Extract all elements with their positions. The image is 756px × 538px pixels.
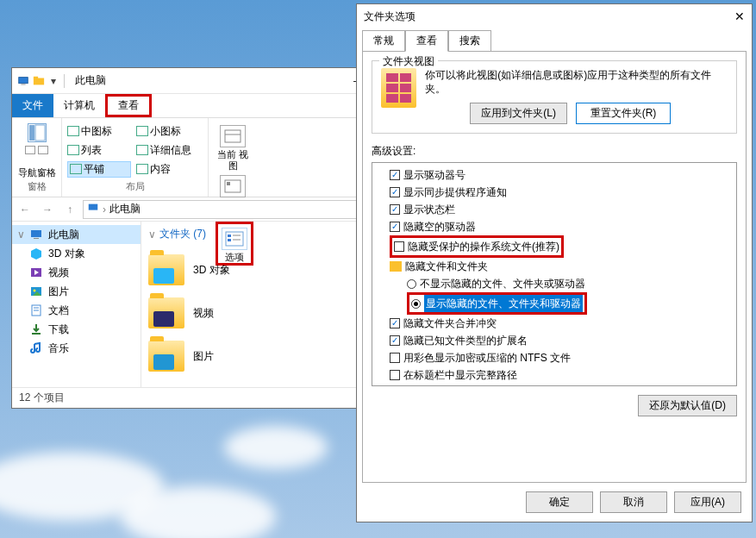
cancel-button[interactable]: 取消 [600,491,667,513]
restore-defaults-button[interactable]: 还原为默认值(D) [638,395,737,416]
svg-rect-6 [225,130,241,142]
svg-rect-16 [31,230,41,237]
layout-tiles[interactable]: 平铺 [67,161,131,178]
sidebar-item-dl[interactable]: 下载 [12,320,141,339]
sidebar-item-pc[interactable]: ∨此电脑 [12,225,141,244]
sidebar-item-doc[interactable]: 文档 [12,301,141,320]
folder-icon [148,341,184,372]
explorer-sidebar: ∨此电脑3D 对象视频图片文档下载音乐 [12,222,141,387]
pc-icon [17,75,29,87]
svg-rect-9 [227,182,230,185]
explorer-window: ▾ 此电脑 — 文件 计算机 查看 导航窗格 窗格 中图标 小图标 列表 详细信… [11,67,379,409]
tree-item[interactable]: ✓显示驱动器号 [374,166,734,184]
3d-icon [29,247,43,260]
ok-button[interactable]: 确定 [526,491,593,513]
forward-button[interactable]: → [38,203,57,216]
explorer-titlebar[interactable]: ▾ 此电脑 — [12,68,378,94]
dialog-titlebar[interactable]: 文件夹选项 ✕ [357,4,752,28]
nav-pane-label: 导航窗格 [18,167,56,178]
layout-content[interactable]: 内容 [136,162,200,177]
checkbox-icon: ✓ [390,187,400,197]
layout-medium-icons[interactable]: 中图标 [67,124,131,139]
nav-pane-icon[interactable] [28,123,47,142]
checkbox-icon [394,241,404,252]
svg-marker-18 [31,248,41,260]
svg-rect-0 [19,77,28,83]
layout-small-icons[interactable]: 小图标 [136,124,200,139]
tree-item[interactable]: 隐藏受保护的操作系统文件(推荐) [374,235,734,258]
folder-icon [390,261,402,272]
dl-icon [29,322,43,336]
tab-computer[interactable]: 计算机 [53,94,105,117]
tab-general[interactable]: 常规 [362,30,405,52]
content-heading[interactable]: ∨文件夹 (7) [148,227,372,241]
chevron-down-icon[interactable]: ▾ [51,75,56,87]
svg-point-22 [34,290,36,292]
dialog-title: 文件夹选项 [364,9,415,24]
explorer-ribbon-tabs: 文件 计算机 查看 [12,94,378,118]
svg-rect-15 [89,204,98,210]
tab-file[interactable]: 文件 [12,94,53,117]
tab-view[interactable]: 查看 [105,94,152,117]
checkbox-icon [390,353,400,363]
explorer-address-bar: ← → ↑ › 此电脑 搜 [12,197,378,222]
folder-icon [33,75,45,87]
back-button[interactable]: ← [16,203,34,216]
advanced-settings-tree[interactable]: ✓显示驱动器号✓显示同步提供程序通知✓显示状态栏✓隐藏空的驱动器隐藏受保护的操作… [372,162,737,386]
layout-details[interactable]: 详细信息 [136,143,200,158]
sidebar-item-music[interactable]: 音乐 [12,339,141,358]
pc-icon [29,228,43,241]
radio-icon [411,299,421,309]
doc-icon [29,303,43,317]
video-icon [29,266,43,279]
folder-icon [148,254,184,285]
tree-item[interactable]: ✓隐藏已知文件类型的扩展名 [374,332,734,349]
tab-view[interactable]: 查看 [405,30,448,52]
status-bar: 12 个项目 [12,387,378,408]
tab-search[interactable]: 搜索 [448,30,491,52]
svg-rect-2 [34,78,44,84]
pc-icon [87,202,99,216]
pic-icon [29,285,43,298]
checkbox-icon: ✓ [390,222,400,232]
checkbox-icon: ✓ [390,318,400,328]
tree-item[interactable]: 在标题栏中显示完整路径 [374,366,734,384]
svg-rect-27 [32,333,41,335]
sidebar-item-3d[interactable]: 3D 对象 [12,244,141,263]
folder-item[interactable]: 图片 [148,335,372,378]
apply-to-folders-button[interactable]: 应用到文件夹(L) [470,103,567,124]
checkbox-icon: ✓ [390,170,400,180]
address-field[interactable]: › 此电脑 [83,200,358,219]
checkbox-icon: ✓ [390,204,400,215]
tree-item[interactable]: ✓显示同步提供程序通知 [374,184,734,201]
window-title: 此电脑 [75,73,106,88]
svg-rect-5 [35,125,45,141]
tree-item[interactable]: 显示隐藏的文件、文件夹和驱动器 [374,292,734,315]
tree-item[interactable]: 隐藏文件和文件夹 [374,258,734,275]
apply-button[interactable]: 应用(A) [674,491,741,513]
folder-item[interactable]: 视频 [148,291,372,335]
checkbox-icon [390,370,400,380]
close-button[interactable]: ✕ [734,9,745,23]
sidebar-item-video[interactable]: 视频 [12,263,141,282]
sidebar-item-pic[interactable]: 图片 [12,282,141,301]
advanced-settings-label: 高级设置: [372,144,737,159]
radio-icon [407,279,416,289]
checkbox-icon: ✓ [390,335,400,346]
layout-list[interactable]: 列表 [67,143,131,158]
explorer-content: ∨文件夹 (7) 3D 对象视频图片 [141,222,378,387]
tree-item[interactable]: 在单独的进程中打开文件夹窗口 [374,384,734,386]
up-button[interactable]: ↑ [60,203,79,216]
tree-item[interactable]: ✓隐藏空的驱动器 [374,218,734,235]
folder-item[interactable]: 3D 对象 [148,248,372,291]
reset-folders-button[interactable]: 重置文件夹(R) [576,103,671,124]
tree-item[interactable]: 不显示隐藏的文件、文件夹或驱动器 [374,275,734,292]
folder-view-group: 文件夹视图 你可以将此视图(如详细信息或图标)应用于这种类型的所有文件夹。 应用… [372,60,737,134]
svg-rect-3 [34,76,38,78]
tree-item[interactable]: 用彩色显示加密或压缩的 NTFS 文件 [374,349,734,366]
svg-rect-1 [21,84,25,84]
tree-item[interactable]: ✓显示状态栏 [374,201,734,218]
tree-item[interactable]: ✓隐藏文件夹合并冲突 [374,315,734,332]
current-view-button[interactable]: 当前 视图 [214,122,252,172]
folder-icon [148,297,184,328]
